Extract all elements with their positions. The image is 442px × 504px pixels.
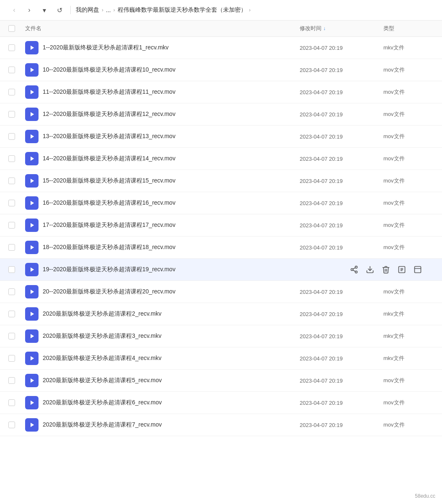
file-name: 20--2020最新版终极逆天秒杀超清课程20_recv.mov — [43, 288, 300, 296]
table-row[interactable]: 2020最新版终极逆天秒杀超清课程7_recv.mov2023-04-07 20… — [0, 414, 442, 436]
svg-line-4 — [353, 267, 355, 269]
file-type: mkv文件 — [383, 310, 434, 318]
file-icon — [25, 396, 39, 409]
file-name: 15--2020最新版终极逆天秒杀超清课程15_recv.mov — [43, 177, 300, 185]
file-type: mov文件 — [383, 88, 434, 96]
dropdown-button[interactable]: ▾ — [39, 4, 50, 16]
row-checkbox[interactable] — [8, 155, 15, 162]
file-type: mov文件 — [383, 221, 434, 229]
table-row[interactable]: 18--2020最新版终极逆天秒杀超清课程18_recv.mov2023-04-… — [0, 237, 442, 259]
table-row[interactable]: 11--2020最新版终极逆天秒杀超清课程11_recv.mov2023-04-… — [0, 81, 442, 103]
file-name: 2020最新版终极逆天秒杀超清课程2_recv.mkv — [43, 310, 300, 318]
file-name-col: 2020最新版终极逆天秒杀超清课程2_recv.mkv — [25, 307, 300, 321]
table-row[interactable]: 20--2020最新版终极逆天秒杀超清课程20_recv.mov2023-04-… — [0, 281, 442, 303]
row-checkbox[interactable] — [8, 422, 15, 428]
row-checkbox-col — [8, 133, 25, 140]
file-type: mkv文件 — [383, 332, 434, 340]
row-checkbox[interactable] — [8, 288, 15, 295]
row-checkbox[interactable] — [8, 89, 15, 95]
row-checkbox[interactable] — [8, 399, 15, 406]
file-name-col: 12--2020最新版终极逆天秒杀超清课程12_recv.mov — [25, 108, 300, 121]
table-row[interactable]: 15--2020最新版终极逆天秒杀超清课程15_recv.mov2023-04-… — [0, 170, 442, 192]
row-checkbox[interactable] — [8, 222, 15, 229]
file-modified: 2023-04-07 20:19 — [300, 222, 383, 229]
detail-icon[interactable] — [398, 265, 406, 274]
breadcrumb-expand[interactable]: › — [249, 7, 251, 13]
file-icon — [25, 285, 39, 298]
table-row[interactable]: 1--2020最新版终极逆天秒杀超清课程1_recv.mkv2023-04-07… — [0, 37, 442, 59]
file-name: 19--2020最新版终极逆天秒杀超清课程19_recv.mov — [43, 266, 350, 273]
row-checkbox[interactable] — [8, 266, 15, 273]
file-modified: 2023-04-07 20:19 — [300, 134, 383, 140]
row-checkbox[interactable] — [8, 67, 15, 73]
table-row[interactable]: 2020最新版终极逆天秒杀超清课程3_recv.mkv2023-04-07 20… — [0, 325, 442, 347]
file-name-col: 19--2020最新版终极逆天秒杀超清课程19_recv.mov — [25, 263, 350, 276]
table-row[interactable]: 2020最新版终极逆天秒杀超清课程6_recv.mov2023-04-07 20… — [0, 392, 442, 414]
file-type: mkv文件 — [383, 44, 434, 51]
file-list: 1--2020最新版终极逆天秒杀超清课程1_recv.mkv2023-04-07… — [0, 37, 442, 436]
row-checkbox[interactable] — [8, 355, 15, 362]
file-modified: 2023-04-07 20:19 — [300, 67, 383, 73]
table-row[interactable]: 2020最新版终极逆天秒杀超清课程4_recv.mkv2023-04-07 20… — [0, 347, 442, 370]
table-row[interactable]: 2020最新版终极逆天秒杀超清课程2_recv.mkv2023-04-07 20… — [0, 303, 442, 325]
share-icon[interactable] — [350, 265, 358, 274]
header-modified[interactable]: 修改时间 ↓ — [300, 25, 383, 32]
file-icon — [25, 108, 39, 121]
file-type: mov文件 — [383, 111, 434, 118]
file-name: 11--2020最新版终极逆天秒杀超清课程11_recv.mov — [43, 88, 300, 96]
row-checkbox[interactable] — [8, 244, 15, 251]
file-icon — [25, 63, 39, 77]
download-icon[interactable] — [366, 265, 374, 274]
file-name-col: 2020最新版终极逆天秒杀超清课程3_recv.mkv — [25, 329, 300, 343]
svg-line-3 — [353, 270, 355, 271]
forward-button[interactable]: › — [23, 4, 35, 16]
file-icon — [25, 85, 39, 99]
file-type: mov文件 — [383, 199, 434, 207]
file-name: 1--2020最新版终极逆天秒杀超清课程1_recv.mkv — [43, 44, 300, 51]
row-checkbox[interactable] — [8, 377, 15, 384]
back-button[interactable]: ‹ — [8, 4, 20, 16]
select-all-checkbox[interactable] — [8, 25, 15, 32]
row-checkbox-col — [8, 422, 25, 428]
file-icon — [25, 329, 39, 343]
file-name-col: 2020最新版终极逆天秒杀超清课程4_recv.mkv — [25, 352, 300, 365]
row-checkbox[interactable] — [8, 200, 15, 206]
delete-icon[interactable] — [382, 265, 390, 274]
row-checkbox[interactable] — [8, 44, 15, 51]
table-row[interactable]: 19--2020最新版终极逆天秒杀超清课程19_recv.mov — [0, 259, 442, 281]
row-checkbox-col — [8, 89, 25, 95]
file-modified: 2023-04-07 20:19 — [300, 289, 383, 295]
table-row[interactable]: 14--2020最新版终极逆天秒杀超清课程14_recv.mov2023-04-… — [0, 148, 442, 170]
file-icon — [25, 219, 39, 232]
row-checkbox[interactable] — [8, 177, 15, 184]
refresh-button[interactable]: ↺ — [54, 4, 65, 16]
row-checkbox-col — [8, 333, 25, 339]
breadcrumb-sep-1: › — [102, 7, 103, 13]
table-row[interactable]: 13--2020最新版终极逆天秒杀超清课程13_recv.mov2023-04-… — [0, 126, 442, 148]
file-type: mov文件 — [383, 377, 434, 384]
file-name-col: 13--2020最新版终极逆天秒杀超清课程13_recv.mov — [25, 130, 300, 143]
row-checkbox[interactable] — [8, 311, 15, 317]
file-name: 2020最新版终极逆天秒杀超清课程3_recv.mkv — [43, 332, 300, 340]
row-checkbox[interactable] — [8, 133, 15, 140]
file-type: mov文件 — [383, 66, 434, 74]
file-type: mov文件 — [383, 177, 434, 185]
file-name-col: 14--2020最新版终极逆天秒杀超清课程14_recv.mov — [25, 152, 300, 165]
file-modified: 2023-04-07 20:19 — [300, 333, 383, 339]
breadcrumb-root[interactable]: 我的网盘 — [76, 6, 99, 14]
row-checkbox-col — [8, 244, 25, 251]
file-modified: 2023-04-07 20:19 — [300, 200, 383, 206]
row-checkbox[interactable] — [8, 111, 15, 118]
file-type: mov文件 — [383, 133, 434, 140]
more-icon[interactable] — [414, 265, 422, 274]
table-row[interactable]: 12--2020最新版终极逆天秒杀超清课程12_recv.mov2023-04-… — [0, 103, 442, 126]
table-row[interactable]: 2020最新版终极逆天秒杀超清课程5_recv.mov2023-04-07 20… — [0, 370, 442, 392]
file-name-col: 18--2020最新版终极逆天秒杀超清课程18_recv.mov — [25, 241, 300, 254]
breadcrumb-ellipsis[interactable]: ... — [106, 7, 111, 13]
table-row[interactable]: 17--2020最新版终极逆天秒杀超清课程17_recv.mov2023-04-… — [0, 214, 442, 237]
file-name-col: 20--2020最新版终极逆天秒杀超清课程20_recv.mov — [25, 285, 300, 298]
table-row[interactable]: 16--2020最新版终极逆天秒杀超清课程16_recv.mov2023-04-… — [0, 192, 442, 214]
file-name: 10--2020最新版终极逆天秒杀超清课程10_recv.mov — [43, 66, 300, 74]
table-row[interactable]: 10--2020最新版终极逆天秒杀超清课程10_recv.mov2023-04-… — [0, 59, 442, 81]
row-checkbox[interactable] — [8, 333, 15, 339]
